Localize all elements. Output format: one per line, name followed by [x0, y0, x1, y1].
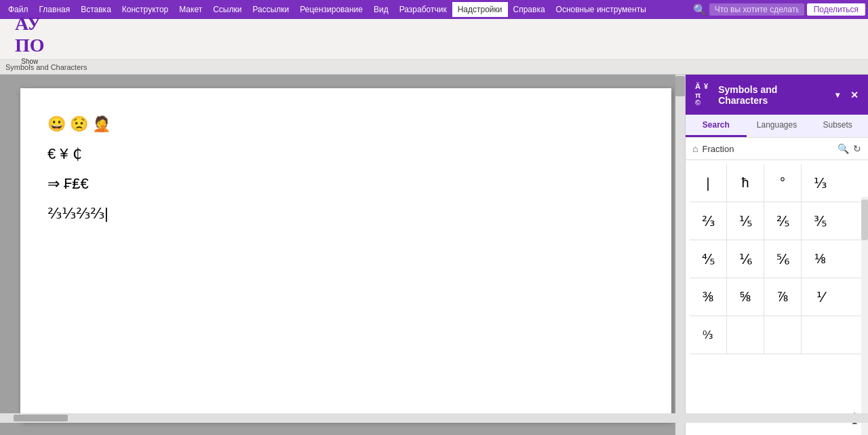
menu-view[interactable]: Вид	[368, 2, 394, 17]
status-text: Symbols and Characters	[5, 63, 87, 71]
h-scroll-thumb[interactable]	[14, 415, 68, 421]
menu-help[interactable]: Справка	[508, 2, 551, 17]
panel-header: Ä ¥ π © Symbols and Characters ▾ ✕	[686, 75, 868, 115]
symbols-panel: Ä ¥ π © Symbols and Characters ▾ ✕ Searc…	[685, 75, 868, 435]
symbol-cell[interactable]: ↉	[690, 316, 727, 354]
emoji-2: 😟	[70, 115, 88, 133]
symbol-cell[interactable]: ⅕	[727, 202, 764, 240]
emoji-3: 🤦	[92, 115, 111, 133]
menu-addins[interactable]: Надстройки	[452, 2, 508, 17]
menu-right: 🔍 Поделиться	[693, 3, 865, 16]
menu-bar: Файл Главная Вставка Конструктор Макет С…	[0, 0, 868, 19]
menu-layout[interactable]: Макет	[174, 2, 208, 17]
symbol-cell-empty	[802, 316, 839, 354]
symbol-cell[interactable]: ⅚	[764, 240, 802, 278]
symbol-cell[interactable]: ⅞	[764, 278, 802, 316]
toolbar: АУПО Show	[0, 19, 868, 60]
symbol-cell[interactable]: ⅟	[802, 278, 839, 316]
share-button[interactable]: Поделиться	[807, 3, 865, 16]
menu-search-input[interactable]	[709, 3, 804, 16]
home-icon[interactable]: ⌂	[692, 143, 698, 154]
tab-languages[interactable]: Languages	[747, 115, 808, 137]
menu-links[interactable]: Ссылки	[208, 2, 247, 17]
math-text: ⇒ ₣₤€	[47, 175, 89, 193]
symbols-row-2: ⅔ ⅕ ⅖ ⅗	[690, 202, 864, 240]
panel-tabs: Search Languages Subsets	[686, 115, 868, 138]
status-bar: Symbols and Characters	[0, 60, 868, 75]
symbol-cell[interactable]: ħ	[727, 164, 764, 202]
symbol-cell-empty	[727, 316, 764, 354]
symbol-cell[interactable]: ⅙	[727, 240, 764, 278]
show-button[interactable]: АУПО Show	[8, 10, 52, 68]
menu-developer[interactable]: Разработчик	[394, 2, 452, 17]
content-row-currency: € ¥ ₵	[47, 145, 644, 163]
panel-title: Symbols and Characters	[718, 84, 827, 106]
panel-dropdown-arrow[interactable]: ▾	[835, 90, 840, 100]
panel-scrollbar[interactable]	[861, 197, 868, 435]
symbol-search-input[interactable]	[702, 144, 833, 154]
content-row-math: ⇒ ₣₤€	[47, 175, 644, 193]
symbol-cell[interactable]: ⅗	[802, 202, 839, 240]
search-icon[interactable]: 🔍	[837, 143, 849, 154]
menu-constructor[interactable]: Конструктор	[117, 2, 174, 17]
symbol-cell[interactable]: ⅓	[802, 164, 839, 202]
menu-review[interactable]: Рецензирование	[294, 2, 368, 17]
menu-insert[interactable]: Вставка	[75, 2, 117, 17]
panel-close-button[interactable]: ✕	[850, 90, 859, 100]
refresh-icon[interactable]: ↻	[853, 143, 861, 154]
panel-search-row: ⌂ 🔍 ↻	[686, 138, 868, 160]
currency-text: € ¥ ₵	[47, 145, 82, 163]
tab-search[interactable]: Search	[686, 115, 747, 137]
horizontal-scrollbar[interactable]	[0, 413, 868, 423]
symbol-cell[interactable]: °	[764, 164, 802, 202]
tab-subsets[interactable]: Subsets	[807, 115, 868, 137]
doc-scroll-thumb[interactable]	[675, 76, 685, 96]
panel-scroll-thumb[interactable]	[861, 200, 868, 240]
symbol-cell[interactable]: ⅔	[690, 202, 727, 240]
menu-tools[interactable]: Основные инструменты	[551, 2, 652, 17]
doc-scrollbar[interactable]	[675, 75, 685, 435]
main-area: 😀 😟 🤦 € ¥ ₵ ⇒ ₣₤€ ⅔⅓⅔⅔| Ä ¥ π ©	[0, 75, 868, 435]
content-row-emoji: 😀 😟 🤦	[47, 115, 644, 133]
symbol-cell[interactable]: ⅖	[764, 202, 802, 240]
symbol-cell[interactable]: ⅝	[727, 278, 764, 316]
search-icon[interactable]: 🔍	[693, 3, 707, 16]
show-icon: АУПО	[15, 13, 45, 56]
emoji-1: 😀	[47, 115, 66, 133]
symbol-cell[interactable]: ⅛	[802, 240, 839, 278]
symbols-row-1: ∣ ħ ° ⅓	[690, 164, 864, 202]
symbols-row-3: ⅘ ⅙ ⅚ ⅛	[690, 240, 864, 278]
menu-mailings[interactable]: Рассылки	[247, 2, 294, 17]
document-area: 😀 😟 🤦 € ¥ ₵ ⇒ ₣₤€ ⅔⅓⅔⅔|	[0, 75, 685, 435]
fraction-text: ⅔⅓⅔⅔|	[47, 205, 108, 223]
symbols-row-5: ↉	[690, 316, 864, 354]
symbols-grid: ∣ ħ ° ⅓ ⅔ ⅕ ⅖ ⅗ ⅘ ⅙ ⅚ ⅛ ⅜ ⅝	[686, 160, 868, 408]
document-page: 😀 😟 🤦 € ¥ ₵ ⇒ ₣₤€ ⅔⅓⅔⅔|	[20, 88, 671, 421]
content-row-fraction: ⅔⅓⅔⅔|	[47, 205, 644, 223]
symbol-cell[interactable]: ⅘	[690, 240, 727, 278]
symbol-cell-empty	[764, 316, 802, 354]
symbols-row-4: ⅜ ⅝ ⅞ ⅟	[690, 278, 864, 316]
symbol-cell[interactable]: ⅜	[690, 278, 727, 316]
panel-header-icon: Ä ¥ π ©	[695, 83, 710, 107]
symbol-cell[interactable]: ∣	[690, 164, 727, 202]
